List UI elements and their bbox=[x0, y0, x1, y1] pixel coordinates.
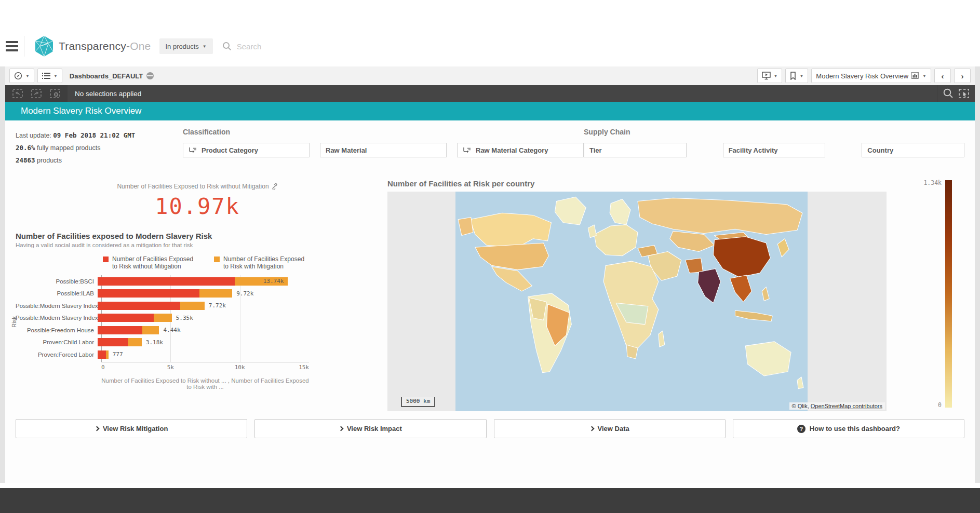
kpi-title: Number of Facilities Exposed to Risk wit… bbox=[117, 183, 277, 190]
app-title: Dashboards_DEFAULT bbox=[70, 72, 154, 80]
bar-total-label: 4.44k bbox=[163, 327, 180, 333]
x-axis-ticks: 0 5k 10k 15k bbox=[101, 364, 309, 372]
bookmarks-button[interactable]: ▼ bbox=[785, 69, 808, 83]
legend-item-without-mitigation[interactable]: Number of Facilities Exposed to Risk wit… bbox=[103, 255, 199, 270]
kpi-value: 10.97k bbox=[73, 194, 322, 219]
supply-chain-filters: Supply Chain Tier Facility Activity Coun… bbox=[584, 128, 964, 169]
choropleth-svg bbox=[455, 192, 808, 411]
bar-category-label: Possible:Modern Slavery Index... bbox=[16, 303, 98, 309]
present-icon bbox=[762, 72, 771, 80]
selections-status: No selections applied bbox=[75, 90, 141, 98]
bar-track: 7.72k bbox=[98, 302, 305, 310]
search-scope-dropdown[interactable]: In products▼ bbox=[159, 38, 213, 54]
world-map[interactable]: 5000 km © Qlik, OpenStreetMap contributo… bbox=[387, 192, 887, 411]
sheet-selector-label: Modern Slavery Risk Overview bbox=[816, 72, 908, 80]
redo-selection-icon[interactable] bbox=[31, 89, 42, 98]
link-icon bbox=[272, 183, 278, 190]
mapped-products-line: 20.6% fully mapped products bbox=[16, 144, 183, 152]
chevron-right-icon bbox=[589, 426, 594, 431]
hierarchy-icon bbox=[189, 147, 197, 154]
x-axis-title: Number of Facilities Exposed to Risk wit… bbox=[101, 377, 309, 390]
navigation-buttons: View Risk Mitigation View Risk Impact Vi… bbox=[10, 419, 970, 438]
bar-segment-with-mitigation[interactable] bbox=[154, 314, 172, 322]
legend-swatch-orange bbox=[214, 256, 220, 262]
brand-name: Transparency-One bbox=[59, 40, 151, 52]
bar-segment-without-mitigation[interactable] bbox=[98, 302, 180, 310]
view-data-button[interactable]: View Data bbox=[494, 419, 726, 438]
bar-chart-subtitle: Having a valid social audit is considere… bbox=[16, 242, 374, 248]
bar-segment-without-mitigation[interactable] bbox=[98, 350, 106, 359]
view-risk-impact-button[interactable]: View Risk Impact bbox=[254, 419, 486, 438]
section-title: Supply Chain bbox=[584, 128, 964, 136]
legend-swatch-red bbox=[103, 256, 109, 262]
clear-selections-icon[interactable] bbox=[50, 89, 60, 98]
bar-total-label: 9.72k bbox=[236, 290, 253, 297]
bar-segment-with-mitigation[interactable] bbox=[142, 326, 159, 334]
filter-tier[interactable]: Tier bbox=[584, 143, 687, 157]
last-update-line: Last update: 09 Feb 2018 21:02 GMT bbox=[16, 131, 183, 139]
legend-min-value: 0 bbox=[938, 401, 942, 409]
sheet-list-button[interactable]: ▼ bbox=[37, 69, 62, 83]
view-risk-mitigation-button[interactable]: View Risk Mitigation bbox=[16, 419, 247, 438]
bar-segment-without-mitigation[interactable] bbox=[98, 338, 128, 346]
globe-icon bbox=[146, 72, 154, 79]
undo-selection-icon[interactable] bbox=[12, 89, 23, 98]
map-tiles bbox=[455, 192, 808, 411]
compass-icon bbox=[14, 72, 22, 80]
map-title: Number of Facilities at Risk per country bbox=[387, 179, 887, 188]
bar-row[interactable]: Possible:ILAB9.72k bbox=[16, 288, 374, 300]
selections-bar: No selections applied bbox=[5, 85, 975, 102]
color-gradient-strip bbox=[945, 180, 952, 408]
chevron-down-icon: ▼ bbox=[203, 44, 207, 49]
bar-segment-without-mitigation[interactable] bbox=[98, 326, 142, 334]
global-search[interactable]: Search bbox=[222, 42, 262, 51]
sheet-selector[interactable]: Modern Slavery Risk Overview ▼ bbox=[811, 69, 931, 83]
filter-product-category[interactable]: Product Category bbox=[183, 143, 310, 157]
bar-segment-without-mitigation[interactable] bbox=[98, 314, 154, 322]
chevron-left-icon: ‹ bbox=[942, 72, 944, 80]
smart-search-icon[interactable] bbox=[943, 88, 954, 99]
presentation-button[interactable]: ▼ bbox=[757, 69, 783, 83]
filter-country[interactable]: Country bbox=[862, 143, 964, 157]
products-count-line: 24863 products bbox=[16, 156, 183, 164]
bar-segment-without-mitigation[interactable] bbox=[98, 277, 235, 286]
app-info: Last update: 09 Feb 2018 21:02 GMT 20.6%… bbox=[16, 128, 183, 169]
bar-track: 3.18k bbox=[98, 338, 305, 346]
map-panel: Number of Facilities at Risk per country bbox=[387, 179, 887, 411]
how-to-use-button[interactable]: ? How to use this dashboard? bbox=[733, 419, 964, 438]
bar-total-label: 777 bbox=[113, 351, 123, 358]
map-color-legend: 1.34k 0 bbox=[887, 179, 964, 411]
bar-row[interactable]: Possible:Modern Slavery Index...7.72k bbox=[16, 300, 374, 312]
filter-facility-activity[interactable]: Facility Activity bbox=[723, 143, 826, 157]
bar-segment-with-mitigation[interactable] bbox=[128, 338, 142, 346]
chevron-down-icon: ▼ bbox=[922, 74, 927, 78]
bar-row[interactable]: Possible:Freedom House4.44k bbox=[16, 324, 374, 336]
bar-row[interactable]: Possible:BSCI13.74k bbox=[16, 275, 374, 288]
list-icon bbox=[42, 72, 50, 79]
bar-category-label: Possible:ILAB bbox=[16, 290, 98, 296]
menu-icon[interactable] bbox=[0, 31, 24, 61]
brand-logo: Transparency-One bbox=[34, 35, 151, 58]
selections-tool-icon[interactable] bbox=[958, 88, 970, 99]
bar-segment-with-mitigation[interactable] bbox=[180, 302, 205, 310]
legend-item-with-mitigation[interactable]: Number of Facilities Exposed to Risk wit… bbox=[214, 255, 311, 270]
next-sheet-button[interactable]: › bbox=[954, 69, 971, 83]
filter-raw-material-category[interactable]: Raw Material Category bbox=[457, 143, 584, 157]
bar-chart-plot: Risk Possible:BSCI13.74kPossible:ILAB9.7… bbox=[16, 275, 374, 390]
transparency-one-logo-icon bbox=[34, 35, 55, 58]
bar-total-label: 13.74k bbox=[263, 278, 284, 285]
filter-raw-material[interactable]: Raw Material bbox=[320, 143, 447, 157]
osm-link[interactable]: OpenStreetMap contributors bbox=[811, 403, 882, 409]
navigation-menu-button[interactable]: ▼ bbox=[9, 69, 34, 83]
kpi-facilities-without-mitigation[interactable]: Number of Facilities Exposed to Risk wit… bbox=[73, 181, 322, 219]
bar-segment-without-mitigation[interactable] bbox=[98, 289, 199, 298]
page-title: Modern Slavery Risk Overview bbox=[21, 106, 141, 116]
previous-sheet-button[interactable]: ‹ bbox=[934, 69, 951, 83]
bar-segment-with-mitigation[interactable] bbox=[199, 289, 232, 298]
bar-category-label: Proven:Forced Labor bbox=[16, 352, 98, 358]
bar-row[interactable]: Proven:Child Labor3.18k bbox=[16, 336, 374, 349]
bar-row[interactable]: Possible:Modern Slavery Index...5.35k bbox=[16, 312, 374, 325]
bar-row[interactable]: Proven:Forced Labor777 bbox=[16, 348, 374, 361]
bar-segment-with-mitigation[interactable] bbox=[106, 350, 108, 359]
bar-category-label: Possible:Modern Slavery Index... bbox=[16, 315, 98, 321]
